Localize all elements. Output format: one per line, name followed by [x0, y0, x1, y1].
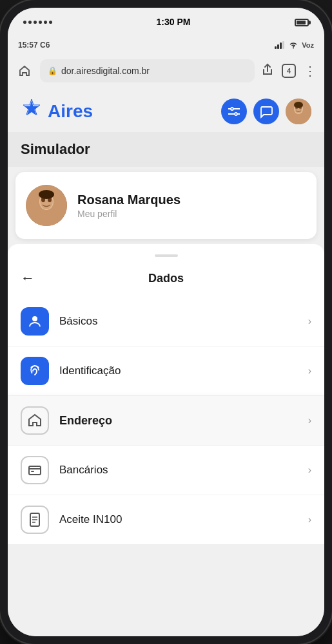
phone-screen: 1:30 PM 15:57 C6 — [8, 8, 324, 636]
svg-rect-3 — [282, 41, 284, 49]
drag-handle — [155, 254, 178, 257]
share-icon[interactable] — [261, 63, 274, 79]
person-icon — [27, 314, 43, 329]
document-icon — [27, 512, 43, 527]
profile-info: Rosana Marques Meu perfil — [77, 193, 306, 219]
status-secondary-left: 15:57 C6 — [18, 41, 50, 50]
aceite-icon — [21, 506, 49, 534]
svg-point-23 — [39, 190, 54, 199]
identificacao-icon — [21, 357, 49, 385]
status-right-icons — [295, 18, 309, 26]
profile-avatar — [26, 185, 67, 226]
profile-name: Rosana Marques — [77, 193, 306, 207]
endereco-icon — [21, 406, 49, 435]
basicos-icon — [21, 307, 49, 336]
filter-button[interactable] — [221, 99, 247, 124]
chat-button[interactable] — [253, 99, 279, 124]
avatar-face-svg — [286, 99, 311, 124]
status-time-left — [23, 21, 52, 24]
phone-shell: 1:30 PM 15:57 C6 — [0, 0, 332, 644]
tab-count-badge[interactable]: 4 — [282, 64, 296, 78]
menu-item-aceite[interactable]: Aceite IN100 › — [8, 495, 324, 544]
menu-panel: ← Dados Básicos › — [8, 244, 324, 544]
svg-point-25 — [32, 316, 37, 321]
browser-url-text: dor.airesdigital.com.br — [61, 66, 150, 76]
signal-icon — [275, 41, 285, 49]
svg-rect-0 — [275, 46, 277, 49]
menu-item-basicos[interactable]: Básicos › — [8, 297, 324, 346]
browser-url-bar[interactable]: 🔒 dor.airesdigital.com.br — [40, 59, 255, 82]
svg-rect-28 — [31, 471, 34, 472]
svg-rect-26 — [29, 466, 41, 475]
aires-logo-icon — [21, 98, 43, 124]
chat-icon — [259, 104, 273, 118]
user-avatar-image — [286, 99, 311, 124]
browser-action-buttons: 4 ⋮ — [261, 63, 317, 79]
app-content: Aires — [8, 88, 324, 636]
app-header: Aires — [8, 88, 324, 132]
menu-header: ← Dados — [8, 267, 324, 297]
aires-star-icon — [21, 98, 43, 120]
profile-avatar-image — [26, 185, 67, 226]
basicos-chevron: › — [308, 316, 311, 327]
menu-item-bancarios[interactable]: Bancários › — [8, 446, 324, 495]
filter-icon — [227, 104, 241, 118]
endereco-chevron: › — [308, 415, 311, 426]
header-actions — [221, 99, 311, 124]
menu-item-identificacao[interactable]: Identificação › — [8, 346, 324, 396]
browser-bar: 🔒 dor.airesdigital.com.br 4 ⋮ — [8, 54, 324, 88]
card-icon — [27, 462, 43, 478]
svg-rect-2 — [280, 43, 282, 49]
menu-item-endereco[interactable]: Endereço › — [8, 396, 324, 446]
identificacao-label: Identificação — [59, 365, 298, 377]
aceite-chevron: › — [308, 514, 311, 526]
svg-point-5 — [231, 108, 233, 110]
status-bar-secondary: 15:57 C6 Voz — [8, 36, 324, 54]
bancarios-icon — [21, 456, 49, 484]
bancarios-label: Bancários — [59, 464, 298, 477]
battery-icon-wrapper — [295, 18, 309, 26]
menu-dots-icon[interactable]: ⋮ — [304, 63, 317, 79]
browser-home-button[interactable] — [15, 62, 34, 80]
status-secondary-right: Voz — [275, 41, 314, 50]
identificacao-chevron: › — [308, 365, 311, 377]
profile-card[interactable]: Rosana Marques Meu perfil — [15, 172, 317, 239]
home-nav-icon — [18, 64, 31, 77]
user-avatar-button[interactable] — [286, 99, 311, 124]
wifi-icon — [289, 41, 298, 50]
svg-rect-1 — [277, 44, 279, 49]
basicos-label: Básicos — [59, 315, 298, 328]
menu-section-title: Dados — [35, 272, 297, 285]
menu-items-list: Básicos › — [8, 297, 324, 544]
profile-subtitle: Meu perfil — [77, 209, 306, 219]
svg-point-17 — [294, 102, 303, 108]
lock-icon: 🔒 — [48, 66, 57, 75]
aceite-label: Aceite IN100 — [59, 513, 298, 526]
svg-point-4 — [293, 48, 294, 49]
svg-point-6 — [235, 113, 237, 115]
house-icon — [27, 413, 43, 428]
page-title: Simulador — [21, 141, 311, 158]
fingerprint-icon — [27, 363, 43, 379]
logo-container: Aires — [21, 98, 93, 124]
bancarios-chevron: › — [308, 464, 311, 476]
back-button[interactable]: ← — [21, 270, 35, 287]
status-time-center: 1:30 PM — [157, 17, 191, 27]
endereco-label: Endereço — [59, 414, 298, 428]
network-label: Voz — [302, 41, 314, 49]
aires-logo-text: Aires — [48, 101, 93, 122]
page-title-bar: Simulador — [8, 132, 324, 167]
status-bar-top: 1:30 PM — [8, 8, 324, 36]
